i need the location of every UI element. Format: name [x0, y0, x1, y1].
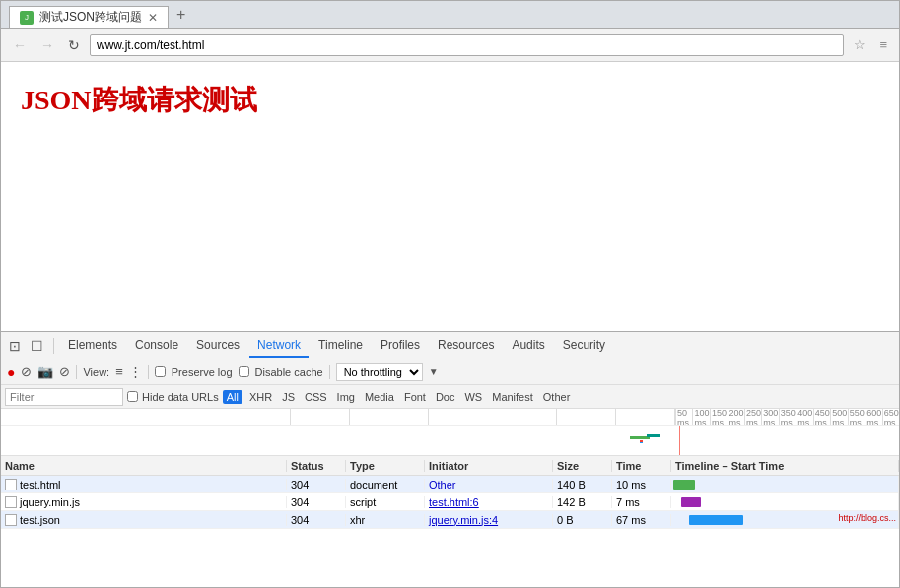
- filter-input[interactable]: [5, 388, 123, 406]
- tab-security[interactable]: Security: [555, 334, 613, 358]
- view-label: View:: [83, 366, 109, 378]
- table-row[interactable]: jquery.min.js 304 script test.html:6 142…: [1, 493, 899, 511]
- initiator-url-3: http://blog.cs...: [838, 513, 896, 523]
- tab-bar: J 测试JSON跨域问题 ✕ +: [1, 1, 899, 29]
- table-body: test.html 304 document Other 140 B 10 ms: [1, 476, 899, 587]
- url-input[interactable]: [90, 34, 844, 56]
- cell-type-2: script: [346, 496, 425, 508]
- tree-view-button[interactable]: ⋮: [129, 364, 142, 379]
- col-status: Status: [287, 460, 346, 472]
- cell-status-2: 304: [287, 496, 346, 508]
- col-initiator: Initiator: [425, 460, 553, 472]
- cell-initiator-3[interactable]: jquery.min.js:4: [425, 514, 553, 526]
- ruler-mark-650: 650 ms: [882, 409, 899, 426]
- bookmark-icon: ☆: [850, 35, 869, 54]
- record-button[interactable]: ●: [7, 364, 15, 380]
- ruler-mark-300: 300 ms: [761, 409, 778, 426]
- timeline-bar-3: [689, 515, 743, 525]
- cell-timeline-1: [671, 476, 899, 493]
- screenshot-button[interactable]: 📷: [37, 364, 53, 379]
- filter-other[interactable]: Other: [540, 390, 574, 404]
- col-size: Size: [553, 460, 612, 472]
- network-table: Name Status Type Initiator Size Time Tim…: [1, 456, 899, 587]
- timeline-marker: [679, 426, 680, 456]
- cell-initiator-2[interactable]: test.html:6: [425, 496, 553, 508]
- file-icon: [5, 496, 17, 508]
- cell-time-2: 7 ms: [612, 496, 671, 508]
- browser-window: J 测试JSON跨域问题 ✕ + ← → ↻ ☆ ≡ JSON跨域请求测试 ⊡ …: [0, 0, 900, 588]
- page-heading: JSON跨域请求测试: [21, 82, 879, 119]
- file-icon: [5, 514, 17, 526]
- filter-doc[interactable]: Doc: [433, 390, 458, 404]
- ruler-mark-200: 200 ms: [727, 409, 743, 426]
- tab-title: 测试JSON跨域问题: [39, 9, 142, 26]
- tab-audits[interactable]: Audits: [504, 334, 552, 358]
- filter-all-button[interactable]: All: [223, 390, 242, 404]
- cell-type-3: xhr: [346, 514, 425, 526]
- tab-network[interactable]: Network: [249, 334, 309, 358]
- cell-timeline-2: [671, 493, 899, 511]
- hide-data-urls-label: Hide data URLs: [142, 391, 219, 403]
- filter-img[interactable]: Img: [334, 390, 358, 404]
- ruler-mark-250: 250 ms: [744, 409, 761, 426]
- col-type: Type: [346, 460, 425, 472]
- filter-row: Hide data URLs All XHR JS CSS Img Media …: [1, 385, 899, 409]
- address-bar: ← → ↻ ☆ ≡: [1, 29, 899, 62]
- devtools-panel: ⊡ ☐ Elements Console Sources Network Tim…: [1, 331, 899, 587]
- browser-tab[interactable]: J 测试JSON跨域问题 ✕: [9, 6, 169, 28]
- filter-css[interactable]: CSS: [302, 390, 330, 404]
- tab-close-button[interactable]: ✕: [148, 11, 158, 25]
- tab-profiles[interactable]: Profiles: [373, 334, 428, 358]
- waterfall-overview: [1, 426, 899, 456]
- network-controls: ● ⊘ 📷 ⊘ View: ≡ ⋮ Preserve log Disable c…: [1, 359, 899, 385]
- ruler-mark-450: 450 ms: [813, 409, 830, 426]
- filter-manifest[interactable]: Manifest: [489, 390, 536, 404]
- col-time: Time: [612, 460, 671, 472]
- device-mode-icon[interactable]: ☐: [27, 336, 47, 356]
- cell-status-3: 304: [287, 514, 346, 526]
- inspect-element-icon[interactable]: ⊡: [5, 336, 25, 356]
- filter-toggle-button[interactable]: ⊘: [59, 364, 70, 379]
- table-row[interactable]: test.html 304 document Other 140 B 10 ms: [1, 476, 899, 493]
- filter-xhr[interactable]: XHR: [246, 390, 275, 404]
- disable-cache-checkbox[interactable]: [239, 366, 249, 377]
- separator: [53, 338, 54, 354]
- preserve-log-checkbox[interactable]: [155, 366, 166, 377]
- new-tab-button[interactable]: +: [169, 2, 193, 28]
- tab-console[interactable]: Console: [127, 334, 186, 358]
- waterfall-bar-jquery2: [647, 434, 660, 437]
- filter-js[interactable]: JS: [279, 390, 298, 404]
- preserve-log-label: Preserve log: [172, 366, 233, 378]
- timeline-bar-2: [681, 497, 701, 507]
- tab-timeline[interactable]: Timeline: [311, 334, 371, 358]
- reload-button[interactable]: ↻: [64, 35, 84, 55]
- settings-icon: ≡: [875, 35, 891, 54]
- filename-2: jquery.min.js: [20, 496, 80, 508]
- filter-media[interactable]: Media: [362, 390, 397, 404]
- filter-ws[interactable]: WS: [461, 390, 485, 404]
- clear-button[interactable]: ⊘: [21, 364, 32, 379]
- tab-sources[interactable]: Sources: [188, 334, 247, 358]
- cell-initiator-1: Other: [425, 479, 553, 490]
- separator2: [148, 365, 149, 379]
- cell-size-1: 140 B: [553, 479, 612, 490]
- cell-time-1: 10 ms: [612, 479, 671, 490]
- cell-size-3: 0 B: [553, 514, 612, 526]
- tab-resources[interactable]: Resources: [430, 334, 502, 358]
- throttle-select[interactable]: No throttling: [336, 363, 423, 381]
- back-button[interactable]: ←: [9, 35, 31, 55]
- ruler-mark-150: 150 ms: [710, 409, 727, 426]
- ruler-mark-600: 600 ms: [865, 409, 881, 426]
- filter-font[interactable]: Font: [401, 390, 429, 404]
- tab-favicon: J: [20, 11, 34, 25]
- cell-timeline-3: http://blog.cs...: [671, 511, 899, 529]
- throttle-arrow-icon: ▼: [429, 366, 439, 377]
- hide-data-urls-checkbox[interactable]: [127, 391, 138, 402]
- tab-elements[interactable]: Elements: [60, 334, 125, 358]
- list-view-button[interactable]: ≡: [115, 364, 123, 379]
- cell-status-1: 304: [287, 479, 346, 490]
- devtools-tab-bar: ⊡ ☐ Elements Console Sources Network Tim…: [1, 332, 899, 359]
- filename-3: test.json: [20, 514, 60, 526]
- table-row[interactable]: test.json 304 xhr jquery.min.js:4 0 B 67…: [1, 511, 899, 529]
- forward-button[interactable]: →: [36, 35, 58, 55]
